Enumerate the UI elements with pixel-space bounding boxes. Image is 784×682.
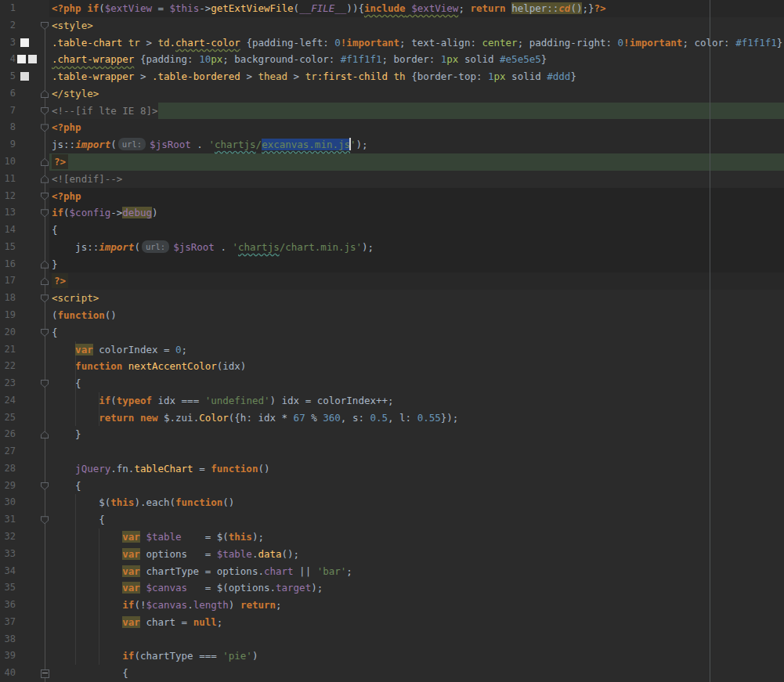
line-number[interactable]: 22 xyxy=(0,358,16,375)
code-line[interactable]: 21 var colorIndex = 0; xyxy=(0,341,784,359)
fold-marker-icon[interactable] xyxy=(41,193,49,200)
line-number[interactable]: 36 xyxy=(0,597,16,614)
line-number[interactable]: 34 xyxy=(0,563,16,580)
code-line[interactable]: 28 jQuery.fn.tableChart = function() xyxy=(0,460,784,478)
line-number[interactable]: 32 xyxy=(0,529,16,546)
code-line[interactable]: 38 xyxy=(0,631,784,648)
line-number[interactable]: 15 xyxy=(0,239,16,256)
line-number[interactable]: 31 xyxy=(0,511,16,529)
line-number[interactable]: 39 xyxy=(0,648,16,665)
code-line[interactable]: 31 { xyxy=(0,511,784,529)
code-line[interactable]: 17?> xyxy=(0,272,784,290)
color-swatch[interactable] xyxy=(17,55,26,63)
code-line[interactable]: 36 if(!$canvas.length) return; xyxy=(0,597,784,614)
line-number[interactable]: 9 xyxy=(0,136,16,153)
fold-marker-icon[interactable] xyxy=(41,124,49,132)
code-line[interactable]: 16} xyxy=(0,256,784,273)
line-number[interactable]: 37 xyxy=(0,614,16,631)
code-line[interactable]: 4.chart-wrapper {padding: 10px; backgrou… xyxy=(0,51,784,68)
line-number[interactable]: 35 xyxy=(0,579,16,597)
fold-marker-icon[interactable] xyxy=(41,158,49,166)
fold-marker-icon[interactable] xyxy=(41,261,49,269)
line-number[interactable]: 28 xyxy=(0,460,16,478)
fold-marker-icon[interactable] xyxy=(41,380,49,388)
color-swatch[interactable] xyxy=(20,72,29,81)
code-line[interactable]: 34 var chartType = options.chart || 'bar… xyxy=(0,563,784,580)
line-number[interactable]: 6 xyxy=(0,85,16,103)
line-number[interactable]: 10 xyxy=(0,153,16,171)
line-number[interactable]: 26 xyxy=(0,426,16,443)
line-number[interactable]: 2 xyxy=(0,17,16,34)
code-line[interactable]: 18<script> xyxy=(0,290,784,307)
code-line[interactable]: 30 $(this).each(function() xyxy=(0,494,784,511)
line-number[interactable]: 1 xyxy=(0,0,16,17)
line-number[interactable]: 33 xyxy=(0,546,16,563)
code-line[interactable]: 37 var chart = null; xyxy=(0,614,784,631)
code-line[interactable]: 3.table-chart tr > td.chart-color {paddi… xyxy=(0,34,784,52)
fold-marker-icon[interactable] xyxy=(41,22,49,30)
fold-marker-icon[interactable] xyxy=(41,175,49,183)
code-line[interactable]: 33 var options = $table.data(); xyxy=(0,546,784,563)
code-line[interactable]: 9js::import(url:$jsRoot . 'chartjs/excan… xyxy=(0,136,784,153)
code-line[interactable]: 13if($config->debug) xyxy=(0,204,784,222)
line-number[interactable]: 3 xyxy=(0,34,16,52)
code-line[interactable]: 35 var $canvas = $(options.target); xyxy=(0,579,784,597)
line-number[interactable]: 20 xyxy=(0,324,16,341)
code-line[interactable]: 20{ xyxy=(0,324,784,341)
fold-marker-icon[interactable] xyxy=(41,329,49,337)
line-number[interactable]: 25 xyxy=(0,410,16,427)
code-line[interactable]: 7<!--[if lte IE 8]> xyxy=(0,103,784,120)
code-line[interactable]: 23 { xyxy=(0,375,784,392)
code-line[interactable]: 5.table-wrapper > .table-bordered > thea… xyxy=(0,68,784,85)
code-line[interactable]: 8<?php xyxy=(0,119,784,136)
code-line[interactable]: 6</style> xyxy=(0,85,784,103)
line-number[interactable]: 14 xyxy=(0,222,16,239)
code-line[interactable]: 12<?php xyxy=(0,188,784,205)
fold-marker-icon[interactable] xyxy=(41,669,49,678)
line-number[interactable]: 21 xyxy=(0,341,16,359)
code-line[interactable]: 24 if(typeof idx === 'undefined') idx = … xyxy=(0,392,784,410)
fold-marker-icon[interactable] xyxy=(41,294,49,302)
color-swatch[interactable] xyxy=(28,55,37,63)
code-line[interactable]: 25 return new $.zui.Color({h: idx * 67 %… xyxy=(0,410,784,427)
code-line[interactable]: 15 js::import(url:$jsRoot . 'chartjs/cha… xyxy=(0,239,784,256)
code-line[interactable]: 26 } xyxy=(0,426,784,443)
fold-marker-icon[interactable] xyxy=(41,277,49,285)
line-number[interactable]: 30 xyxy=(0,494,16,511)
code-line[interactable]: 39 if(chartType === 'pie') xyxy=(0,648,784,665)
code-line[interactable]: 29 { xyxy=(0,478,784,495)
code-line[interactable]: 40 { xyxy=(0,665,784,682)
fold-marker-icon[interactable] xyxy=(41,90,49,98)
line-number[interactable]: 7 xyxy=(0,103,16,120)
line-number[interactable]: 12 xyxy=(0,188,16,205)
fold-marker-icon[interactable] xyxy=(41,209,49,217)
parameter-hint-inlay[interactable]: url: xyxy=(142,240,169,253)
line-number[interactable]: 8 xyxy=(0,119,16,136)
line-number[interactable]: 13 xyxy=(0,204,16,222)
code-line[interactable]: 32 var $table = $(this); xyxy=(0,529,784,546)
line-number[interactable]: 40 xyxy=(0,665,16,682)
line-number[interactable]: 27 xyxy=(0,443,16,460)
line-number[interactable]: 16 xyxy=(0,256,16,273)
code-line[interactable]: 27 xyxy=(0,443,784,460)
code-line[interactable]: 19(function() xyxy=(0,307,784,324)
parameter-hint-inlay[interactable]: url: xyxy=(118,138,146,150)
line-number[interactable]: 4 xyxy=(0,51,16,68)
line-number[interactable]: 5 xyxy=(0,68,16,85)
fold-marker-icon[interactable] xyxy=(41,107,49,115)
line-number[interactable]: 18 xyxy=(0,290,16,307)
code-line[interactable]: 10?> xyxy=(0,153,784,171)
line-number[interactable]: 11 xyxy=(0,171,16,188)
line-number[interactable]: 17 xyxy=(0,272,16,290)
color-swatch[interactable] xyxy=(20,38,29,47)
fold-marker-icon[interactable] xyxy=(41,482,49,490)
code-line[interactable]: 14{ xyxy=(0,222,784,239)
code-line[interactable]: 11<![endif]--> xyxy=(0,171,784,188)
code-line[interactable]: 1<?php if($extView = $this->getExtViewFi… xyxy=(0,0,784,17)
code-line[interactable]: 2<style> xyxy=(0,17,784,34)
fold-marker-icon[interactable] xyxy=(41,516,49,524)
code-line[interactable]: 22 function nextAccentColor(idx) xyxy=(0,358,784,375)
line-number[interactable]: 29 xyxy=(0,478,16,495)
line-number[interactable]: 24 xyxy=(0,392,16,410)
fold-marker-icon[interactable] xyxy=(41,431,49,438)
